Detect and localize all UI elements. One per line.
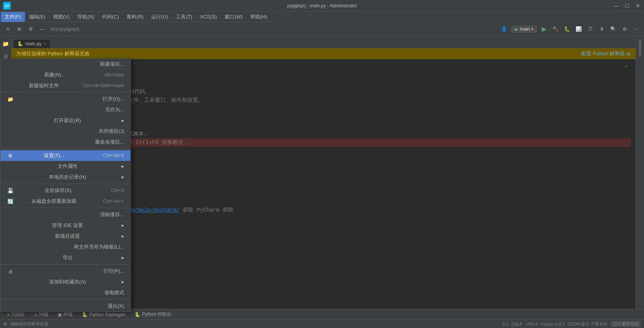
tab-close-button[interactable]: × — [44, 42, 46, 46]
menu-close-project[interactable]: 关闭项目(J) — [0, 126, 130, 137]
menu-rename-project[interactable]: 重命名项目... — [0, 137, 130, 147]
csdn-info: CSDN @主 个尾太的 — [567, 321, 607, 327]
menu-save-all[interactable]: 💾 全部保存(S) Ctrl+S — [0, 185, 130, 196]
event-count-icon: ① — [613, 321, 617, 326]
menu-new-project[interactable]: 新建项目... — [0, 59, 130, 70]
search-button[interactable]: 🔍 — [609, 25, 618, 34]
more-button[interactable]: ⋯ — [632, 25, 641, 34]
status-bar-right: 5:1 CRLF UTF-8 Python 3.9.7 CSDN @主 个尾太的… — [503, 321, 641, 327]
menu-add-to-favorites[interactable]: 添加到收藏夹(A) — [0, 277, 130, 287]
menu-new[interactable]: 新建(N)... Alt+Insert — [0, 70, 130, 80]
right-sidebar: SideView — [636, 36, 644, 309]
tab-bar: 🐍 main.py × — [12, 36, 636, 48]
menu-navigate[interactable]: 导航(N) — [73, 12, 98, 22]
title-bar-left: py — [3, 2, 11, 10]
run-config[interactable]: ▶ main ▾ — [511, 25, 537, 33]
menu-edit[interactable]: 编辑(E) — [25, 12, 49, 22]
menu-local-history[interactable]: 本地历史记录(H) — [0, 172, 130, 182]
run-config-name: main — [520, 27, 530, 32]
menu-help[interactable]: 帮助(H) — [246, 12, 271, 22]
tab-main-py[interactable]: 🐍 main.py × — [13, 39, 50, 48]
menu-open[interactable]: 📁 打开(O)... — [0, 94, 130, 104]
python-packages-label: Python Packages — [89, 312, 125, 317]
menu-file[interactable]: 文件(F) — [1, 12, 25, 22]
menu-code[interactable]: 代码(C) — [98, 12, 123, 22]
settings-icon: ⚙ — [7, 153, 14, 159]
event-log-label: 1 事件日志 — [618, 321, 639, 326]
menu-print[interactable]: 🖨 打印(P)... — [0, 266, 130, 277]
menu-tools[interactable]: 工具(T) — [172, 12, 196, 22]
title-bar-controls: — ☐ ✕ — [613, 3, 641, 9]
python-console-icon: 🐍 — [135, 312, 140, 317]
menu-file-props[interactable]: 文件属性 — [0, 161, 130, 172]
debug-button[interactable]: 🐛 — [562, 25, 572, 34]
vcs-sidebar-label[interactable]: SideView — [637, 38, 643, 58]
toolbar-minimize-button[interactable]: — — [38, 25, 47, 34]
menu-exit[interactable]: 退出(X) — [0, 301, 130, 311]
menu-clear-cache[interactable]: 清除缓存... — [0, 209, 130, 220]
menu-bar: 文件(F) 编辑(E) 视图(V) 导航(N) 代码(C) 重构(R) 运行(U… — [0, 12, 644, 22]
editor-settings-icon[interactable]: ⚙ — [3, 321, 7, 327]
menu-refactor[interactable]: 重构(R) — [123, 12, 147, 22]
menu-vcs[interactable]: VCS(S) — [196, 12, 221, 21]
menu-window[interactable]: 窗口(W) — [221, 12, 246, 22]
close-button[interactable]: ✕ — [635, 3, 641, 9]
toolbar-left: ≡ ⊕ ⚙ — ktop\pyqgisprj — [3, 25, 79, 34]
sep1 — [0, 92, 130, 93]
toolbar-right: 👤 ▶ main ▾ ▶ 🔨 🐛 📊 ⏱ ⏸ 🔍 ⚙ ⋯ — [499, 25, 641, 34]
menu-reload[interactable]: 🔄 从磁盘全部重新加载 Ctrl+Alt+Y — [0, 196, 130, 207]
tab-python-console[interactable]: 🐍 Python 控制台 — [131, 310, 175, 319]
menu-open-recent[interactable]: 打开最近(R) — [0, 115, 130, 126]
save-all-icon: 💾 — [7, 188, 14, 194]
open-folder-icon: 📁 — [7, 96, 14, 102]
event-log-button[interactable]: ① 1 事件日志 — [611, 321, 641, 327]
menu-new-temp[interactable]: 新建临时文件 Ctrl+Alt+Shift+Insert — [0, 80, 130, 91]
file-menu: 新建项目... 新建(N)... Alt+Insert 新建临时文件 Ctrl+… — [0, 58, 131, 312]
toolbar-back-button[interactable]: ≡ — [3, 25, 12, 34]
configure-interpreter-link[interactable]: 配置 Python 解释器 ⚙ — [581, 50, 631, 57]
charset: UTF-8 — [526, 322, 537, 326]
maximize-button[interactable]: ☐ — [624, 3, 630, 9]
python-packages-icon: 🐍 — [82, 312, 88, 317]
menu-run[interactable]: 运行(U) — [147, 12, 172, 22]
configure-gear-icon: ⚙ — [626, 51, 631, 57]
print-icon: 🖨 — [7, 268, 14, 274]
toolbar-forward-button[interactable]: ⊕ — [15, 25, 24, 34]
menu-save-as[interactable]: 另存为... — [0, 104, 130, 115]
title-bar-title: pyqgisprj - main.py - Administrator — [287, 3, 357, 8]
build-button[interactable]: 🔨 — [551, 25, 560, 34]
menu-save-as-template[interactable]: 将文件另存为模板(L)... — [0, 242, 130, 252]
pause-button[interactable]: ⏸ — [597, 25, 606, 34]
file-menu-dropdown: 新建项目... 新建(N)... Alt+Insert 新建临时文件 Ctrl+… — [0, 58, 131, 312]
toolbar-settings-button[interactable]: ⚙ — [26, 25, 35, 34]
warning-banner: 为项目选择的 Python 解释器无效 配置 Python 解释器 ⚙ — [12, 48, 636, 59]
sep2 — [0, 149, 130, 149]
todo-label: TODO — [11, 312, 24, 317]
terminal-label: 终端 — [63, 311, 73, 318]
coverage-button[interactable]: 📊 — [574, 25, 583, 34]
breadcrumb: ktop\pyqgisprj — [51, 27, 79, 32]
settings-right-button[interactable]: ⚙ — [620, 25, 629, 34]
sep5 — [0, 264, 130, 265]
sep6 — [0, 299, 130, 300]
sep3 — [0, 184, 130, 184]
menu-export[interactable]: 导出 — [0, 252, 130, 263]
menu-manage-ide[interactable]: 管理 IDE 设置 — [0, 220, 130, 231]
title-bar: py pyqgisprj - main.py - Administrator —… — [0, 0, 644, 12]
warning-message: 为项目选择的 Python 解释器无效 — [16, 50, 90, 57]
profile-button[interactable]: ⏱ — [586, 25, 595, 34]
run-button[interactable]: ▶ — [539, 25, 549, 34]
main-layout: 📁 ⊞ ★ 调试 运行 版本 ★ 🐍 main.py × 为项目选择的 Pyth… — [0, 36, 644, 309]
user-icon[interactable]: 👤 — [499, 25, 509, 34]
menu-power-save[interactable]: 省电模式 — [0, 287, 130, 298]
sidebar-project-icon[interactable]: 📁 — [0, 38, 11, 49]
app-icon: py — [3, 2, 11, 10]
menu-new-project-settings[interactable]: 新项目设置 — [0, 231, 130, 242]
configure-link-text: 配置 Python 解释器 — [581, 50, 625, 57]
minimize-button[interactable]: — — [613, 3, 619, 9]
menu-settings[interactable]: ⚙ 设置(T)... Ctrl+Alt+S — [0, 150, 130, 161]
line-ending: CRLF — [512, 322, 523, 326]
menu-view[interactable]: 视图(V) — [49, 12, 73, 22]
editor-settings-label: 编辑器应用程序设置 — [10, 321, 48, 327]
reload-icon: 🔄 — [7, 199, 14, 204]
